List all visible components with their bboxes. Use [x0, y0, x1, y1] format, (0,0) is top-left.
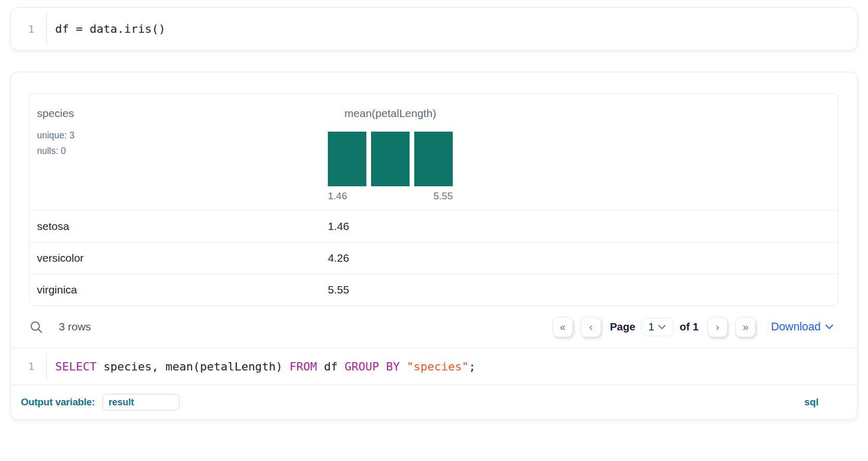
output-variable-input[interactable]: [103, 394, 180, 411]
column-title[interactable]: mean(petalLength): [328, 107, 453, 120]
histogram-bar: [328, 132, 366, 186]
table-row[interactable]: versicolor 4.26: [30, 242, 838, 274]
unique-count: unique: 3: [37, 127, 328, 143]
table-header-row: species unique: 3 nulls: 0 mean(petalLen…: [30, 94, 838, 210]
sql-text: [400, 360, 406, 373]
null-count: nulls: 0: [37, 143, 328, 159]
download-button[interactable]: Download: [771, 321, 833, 334]
previous-page-button[interactable]: ‹: [581, 317, 601, 337]
cell-value[interactable]: 5.55: [328, 284, 838, 296]
sql-text: species, mean(petalLength): [96, 360, 289, 373]
sql-text: df: [317, 360, 344, 373]
column-stats: unique: 3 nulls: 0: [37, 127, 328, 159]
row-count: 3 rows: [59, 321, 91, 333]
page-total-label: of 1: [680, 321, 698, 333]
cell-value[interactable]: 1.46: [328, 220, 838, 233]
chevron-left-icon: ‹: [589, 321, 593, 333]
dataframe-table: species unique: 3 nulls: 0 mean(petalLen…: [29, 93, 838, 306]
python-code-cell[interactable]: 1 df = data.iris(): [10, 7, 858, 50]
histogram-bar: [414, 132, 453, 186]
sql-code-editor[interactable]: 1 SELECT species, mean(petalLength) FROM…: [11, 348, 857, 385]
output-variable-label: Output variable:: [21, 396, 95, 408]
sql-code-line[interactable]: SELECT species, mean(petalLength) FROM d…: [47, 360, 476, 373]
line-number: 1: [11, 23, 46, 35]
cell-value[interactable]: 4.26: [328, 252, 838, 264]
search-icon[interactable]: [29, 320, 43, 334]
column-title[interactable]: species: [37, 107, 328, 120]
download-label: Download: [771, 321, 821, 334]
page-label: Page: [610, 321, 635, 333]
line-number: 1: [11, 360, 46, 373]
chevron-down-icon: [658, 325, 666, 329]
cell-species[interactable]: versicolor: [37, 252, 328, 264]
table-footer: 3 rows « ‹ Page 1 of 1 › » Download: [29, 306, 838, 348]
sql-string: "species": [407, 360, 469, 373]
output-variable-bar: Output variable: sql: [11, 385, 857, 419]
sql-result-cell: species unique: 3 nulls: 0 mean(petalLen…: [10, 72, 858, 420]
histogram-axis: 1.46 5.55: [328, 190, 453, 202]
table-row[interactable]: setosa 1.46: [30, 210, 838, 242]
double-chevron-left-icon: «: [560, 321, 566, 333]
axis-min-label: 1.46: [328, 190, 347, 202]
sql-text: ;: [469, 360, 476, 373]
last-page-button[interactable]: »: [735, 317, 756, 337]
chevron-right-icon: ›: [716, 321, 720, 333]
page-select[interactable]: 1: [641, 318, 673, 336]
python-code-line[interactable]: df = data.iris(): [47, 22, 165, 35]
column-header-mean-petallength[interactable]: mean(petalLength) 1.46 5.55: [328, 107, 838, 202]
sql-keyword: GROUP BY: [344, 360, 400, 373]
double-chevron-right-icon: »: [743, 321, 748, 333]
histogram-bar: [371, 132, 410, 186]
next-page-button[interactable]: ›: [707, 317, 727, 337]
sql-keyword: FROM: [289, 360, 317, 373]
cell-species[interactable]: setosa: [37, 220, 328, 233]
first-page-button[interactable]: «: [553, 317, 573, 337]
page-select-value: 1: [648, 321, 654, 333]
cell-species[interactable]: virginica: [37, 284, 328, 296]
pagination: « ‹ Page 1 of 1 › » Download: [553, 317, 838, 337]
language-badge: sql: [805, 396, 819, 408]
column-header-species[interactable]: species unique: 3 nulls: 0: [37, 107, 328, 202]
table-row[interactable]: virginica 5.55: [30, 274, 838, 305]
summary-histogram: [328, 132, 453, 186]
chevron-down-icon: [825, 324, 833, 329]
sql-keyword: SELECT: [55, 360, 96, 373]
axis-max-label: 5.55: [433, 190, 453, 202]
